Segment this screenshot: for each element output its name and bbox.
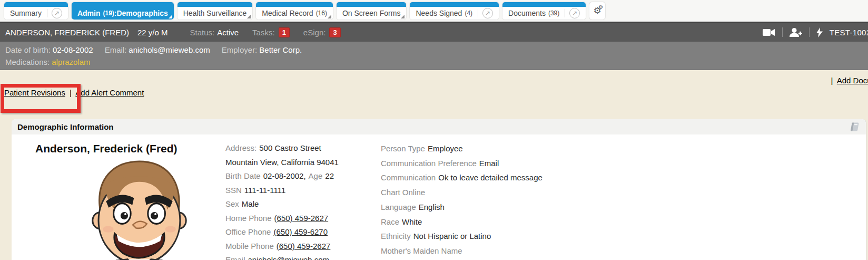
field-label: Communication Preference [381, 159, 477, 168]
field-label: Address: [225, 143, 257, 152]
employer-value: Better Corp. [259, 45, 302, 54]
add-document-link[interactable]: Add Document [837, 76, 868, 85]
external-link-icon[interactable]: ↗ [482, 8, 493, 18]
tab-documents[interactable]: Documents (39) ↗ [502, 2, 586, 20]
info-line-2: Medications:alprazolam [5, 56, 863, 68]
contact-link[interactable]: anichols@mieweb.com [248, 255, 329, 260]
field-value: Employee [428, 144, 463, 153]
tab-label: Documents [508, 9, 546, 17]
external-link-icon[interactable]: ↗ [52, 8, 62, 18]
demo-row: SSN111-11-1111 [225, 184, 339, 198]
tab-accent-strip [337, 2, 406, 7]
alert-links-row: Patient Revisions | Add Alert Comment [4, 88, 144, 97]
demo-row: LanguageEnglish [381, 200, 542, 215]
tab-divider [565, 9, 565, 17]
external-link-icon[interactable]: ↗ [569, 8, 580, 18]
email-value: anichols@mieweb.com [129, 45, 210, 54]
patient-revisions-link[interactable]: Patient Revisions [4, 88, 65, 97]
tab-label: Admin [77, 9, 101, 17]
add-alert-comment-link[interactable]: Add Alert Comment [75, 88, 144, 97]
tab-accent-strip [72, 2, 174, 7]
field-value: English [419, 203, 445, 211]
patient-bar-actions: TEST-10025 [763, 23, 868, 42]
patient-name: ANDERSON, FREDERICK (FRED) [5, 28, 129, 37]
field-label: Office Phone [225, 227, 271, 236]
lightning-icon[interactable] [816, 27, 823, 37]
patient-avatar [75, 158, 204, 260]
tab-accent-strip [410, 2, 499, 7]
email-field: Email:anichols@mieweb.com [105, 44, 210, 56]
settings-button[interactable]: ⚙ ⚙ [589, 2, 605, 20]
field-value: 111-11-1111 [244, 186, 285, 195]
tab-health-surveillance[interactable]: Health Surveillance [177, 2, 253, 20]
app-window: Summary ↗ Admin (19) :Demographics Healt… [0, 0, 868, 260]
separator [809, 27, 810, 37]
demo-row: Mother's Maiden Name [381, 244, 542, 258]
info-line-1: Date of birth:02-08-2002 Email:anichols@… [5, 44, 863, 56]
patient-display-name: Anderson, Frederick (Fred) [35, 142, 177, 155]
demo-row: RaceWhite [381, 215, 542, 229]
medications-value[interactable]: alprazolam [52, 57, 90, 66]
tab-summary[interactable]: Summary ↗ [4, 2, 68, 20]
field-value: Mountain View, California 94041 [225, 158, 339, 167]
tab-count: (4) [465, 9, 472, 17]
status-group: Status: Active [190, 28, 239, 37]
tab-count: (16) [316, 9, 327, 17]
demo-row: Office Phone(650) 459-6270 [225, 225, 339, 239]
contact-link[interactable]: (650) 459-6270 [273, 227, 328, 236]
pipe-separator: | [70, 88, 72, 97]
esign-group: eSign: 3 [303, 27, 341, 37]
field-label: Race [381, 217, 399, 226]
panel-title: Demographic Information [17, 122, 114, 131]
dob-value: 02-08-2002 [53, 45, 93, 54]
demographic-panel-header: Demographic Information [12, 119, 866, 134]
patient-header-bar: ANDERSON, FREDERICK (FRED) 22 y/o M Stat… [0, 22, 868, 42]
demo-row: Mobile Phone(650) 459-2627 [225, 239, 339, 254]
book-icon[interactable] [849, 122, 860, 132]
field-label: Mother's Maiden Name [381, 246, 462, 255]
tab-medical-record[interactable]: Medical Record (16) [256, 2, 333, 20]
contact-link[interactable]: (650) 459-2627 [277, 242, 331, 251]
demo-row: Home Phone(650) 459-2627 [225, 211, 339, 226]
patient-age-sex: 22 y/o M [137, 28, 168, 37]
tab-accent-strip [502, 2, 586, 7]
add-person-icon[interactable] [790, 28, 802, 37]
video-camera-icon[interactable] [763, 28, 775, 36]
demo-row: CommunicationOk to leave detailed messag… [381, 170, 542, 185]
demographics-middle-column: Address:500 Castro StreetMountain View, … [225, 141, 339, 260]
field-value: Not Hispanic or Latino [413, 232, 491, 240]
contact-link[interactable]: (650) 459-2627 [274, 214, 329, 223]
patient-info-bar: Date of birth:02-08-2002 Email:anichols@… [0, 42, 868, 70]
medications-label: Medications: [5, 57, 50, 66]
tasks-group: Tasks: 1 [252, 27, 290, 37]
tasks-label: Tasks: [252, 28, 275, 37]
field-value: 500 Castro Street [259, 143, 321, 152]
field-label: Chart Online [381, 188, 425, 197]
demo-row: SexMale [225, 197, 339, 211]
field-label: Email [225, 255, 245, 260]
tab-accent-strip [256, 2, 333, 7]
tasks-count-badge[interactable]: 1 [279, 27, 290, 37]
dob-field: Date of birth:02-08-2002 [5, 44, 93, 56]
field-value: Ok to leave detailed message [438, 173, 542, 182]
employer-label: Employer: [222, 45, 258, 54]
tab-suffix: :Demographics [114, 9, 168, 17]
tab-divider [478, 9, 478, 17]
tab-admin-demographics[interactable]: Admin (19) :Demographics [72, 2, 174, 20]
demo-row: Person TypeEmployee [381, 141, 542, 156]
tab-on-screen-forms[interactable]: On Screen Forms [337, 2, 406, 20]
tab-needs-signed[interactable]: Needs Signed (4) ↗ [410, 2, 499, 20]
add-document-row: | Add Document [829, 76, 868, 85]
status-value: Active [217, 28, 239, 37]
tab-accent-strip [4, 2, 68, 7]
medications-field: Medications:alprazolam [5, 56, 91, 68]
field-label: SSN [225, 186, 242, 195]
demographics-right-column: Person TypeEmployeeCommunication Prefere… [381, 141, 542, 258]
esign-count-badge[interactable]: 3 [329, 27, 340, 37]
demo-row: Emailanichols@mieweb.com [225, 253, 339, 260]
separator [782, 27, 783, 37]
gear-small-icon: ⚙ [598, 5, 603, 10]
field-label: Language [381, 203, 416, 211]
status-label: Status: [190, 28, 215, 37]
field-value: Male [242, 199, 259, 208]
